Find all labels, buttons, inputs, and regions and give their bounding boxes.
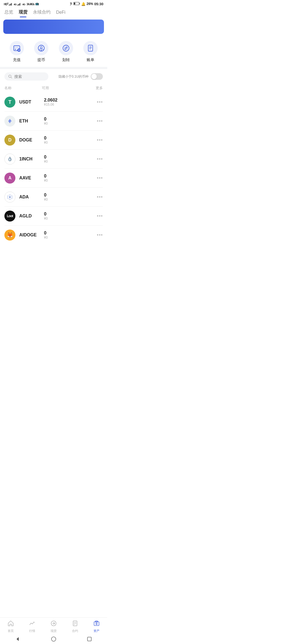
svg-line-27 (11, 77, 12, 78)
svg-point-42 (9, 199, 9, 200)
usdt-symbol: USDT (19, 100, 44, 105)
svg-point-45 (12, 197, 13, 197)
deposit-icon (10, 41, 24, 55)
svg-rect-7 (20, 3, 20, 6)
coin-list: T USDT 2.0602 ¥15.06 ••• ETH 0 ¥0 ••• D … (0, 93, 107, 244)
coin-row-usdt[interactable]: T USDT 2.0602 ¥15.06 ••• (4, 93, 103, 112)
coin-row-aidoge[interactable]: 🦊 AIDOGE 0 ¥0 ••• (4, 226, 103, 244)
doge-menu[interactable]: ••• (95, 137, 103, 143)
search-toggle-row: 隐藏小于0.1U的币种 (0, 69, 107, 84)
coin-row-aave[interactable]: A AAVE 0 ¥0 ••• (4, 169, 103, 188)
eth-amount-wrap: 0 ¥0 (44, 117, 95, 125)
transfer-label: 划转 (62, 58, 70, 62)
doge-cny: ¥0 (44, 141, 95, 144)
svg-rect-13 (15, 49, 16, 50)
nav-perpetual[interactable]: 永续合约 (33, 9, 51, 17)
eth-icon (4, 116, 15, 127)
svg-point-40 (9, 195, 9, 195)
status-left: HD1 4G 4G 34.4K/s 📺 (4, 2, 39, 6)
doge-symbol: DOGE (19, 138, 44, 143)
signal-indicators: HD1 4G 4G 34.4K/s (4, 2, 34, 6)
battery-percent: 26% (87, 2, 93, 6)
eth-symbol: ETH (19, 119, 44, 124)
svg-point-37 (12, 196, 12, 196)
1inch-icon (4, 154, 15, 165)
toggle-label: 隐藏小于0.1U的币种 (59, 74, 89, 79)
svg-rect-2 (10, 4, 11, 6)
action-transfer[interactable]: 划转 (59, 41, 73, 62)
doge-amount-wrap: 0 ¥0 (44, 136, 95, 144)
agld-symbol: AGLD (19, 214, 44, 219)
time: 05:30 (94, 2, 103, 6)
1inch-cny: ¥0 (44, 160, 95, 163)
usdt-menu[interactable]: ••• (95, 99, 103, 105)
agld-menu[interactable]: ••• (95, 213, 103, 219)
svg-rect-0 (9, 5, 9, 6)
usdt-icon: T (4, 97, 15, 108)
status-right: 🔔 26% 05:30 (70, 2, 103, 6)
coin-row-doge[interactable]: D DOGE 0 ¥0 ••• (4, 131, 103, 150)
hide-small-toggle[interactable] (91, 73, 103, 80)
status-bar: HD1 4G 4G 34.4K/s 📺 🔔 26% 05:30 (0, 0, 107, 7)
aidoge-icon: 🦊 (4, 230, 15, 241)
aave-symbol: AAVE (19, 176, 44, 181)
aave-menu[interactable]: ••• (95, 175, 103, 181)
withdraw-icon (34, 41, 48, 55)
aave-cny: ¥0 (44, 179, 95, 182)
search-box[interactable] (4, 72, 48, 81)
ada-icon (4, 192, 15, 203)
agld-amount: 0 (44, 212, 95, 217)
search-input[interactable] (14, 74, 42, 79)
coin-row-eth[interactable]: ETH 0 ¥0 ••• (4, 112, 103, 131)
header-name: 名称 (4, 86, 12, 91)
bluetooth-icon (70, 2, 72, 6)
quick-actions: 充值 提币 划转 (0, 36, 107, 67)
aidoge-amount-wrap: 0 ¥0 (44, 231, 95, 239)
aave-amount: 0 (44, 174, 95, 179)
ada-menu[interactable]: ••• (95, 194, 103, 200)
agld-icon: Loot (4, 211, 15, 222)
nav-overview[interactable]: 总览 (4, 9, 13, 17)
bill-label: 账单 (87, 58, 94, 62)
section-divider (0, 67, 107, 69)
ada-cny: ¥0 (44, 198, 95, 201)
1inch-amount: 0 (44, 155, 95, 160)
svg-rect-3 (11, 3, 12, 6)
coin-row-agld[interactable]: Loot AGLD 0 ¥0 ••• (4, 207, 103, 226)
coin-row-ada[interactable]: ADA 0 ¥0 ••• (4, 188, 103, 207)
aidoge-menu[interactable]: ••• (95, 232, 103, 238)
aidoge-amount: 0 (44, 231, 95, 236)
promo-banner[interactable] (3, 20, 104, 34)
usdt-cny: ¥15.06 (44, 103, 95, 107)
aave-amount-wrap: 0 ¥0 (44, 174, 95, 182)
action-withdraw[interactable]: 提币 (34, 41, 48, 62)
ada-symbol: ADA (19, 195, 44, 200)
action-deposit[interactable]: 充值 (10, 41, 24, 62)
eth-menu[interactable]: ••• (95, 118, 103, 124)
svg-point-41 (11, 195, 11, 195)
aidoge-symbol: AIDOGE (19, 233, 44, 238)
table-header: 名称 可用 更多 (0, 84, 107, 93)
svg-rect-10 (74, 3, 75, 5)
nav-spot[interactable]: 现货 (19, 9, 28, 17)
1inch-symbol: 1INCH (19, 157, 44, 162)
eth-amount: 0 (44, 117, 95, 122)
svg-rect-9 (79, 3, 80, 4)
svg-point-36 (8, 196, 8, 196)
1inch-amount-wrap: 0 ¥0 (44, 155, 95, 163)
action-bill[interactable]: 账单 (83, 41, 98, 62)
coin-row-1inch[interactable]: 1INCH 0 ¥0 ••• (4, 150, 103, 169)
search-icon (8, 75, 12, 78)
eth-cny: ¥0 (44, 122, 95, 125)
nav-defi[interactable]: DeFi (56, 10, 65, 17)
header-more: 更多 (96, 86, 103, 91)
1inch-menu[interactable]: ••• (95, 156, 103, 162)
svg-rect-22 (88, 45, 93, 51)
deposit-label: 充值 (13, 58, 21, 62)
usdt-amount: 2.0602 (44, 98, 95, 103)
svg-point-18 (40, 47, 42, 48)
aidoge-cny: ¥0 (44, 236, 95, 239)
svg-point-39 (12, 198, 12, 198)
svg-point-32 (9, 159, 10, 160)
agld-amount-wrap: 0 ¥0 (44, 212, 95, 220)
